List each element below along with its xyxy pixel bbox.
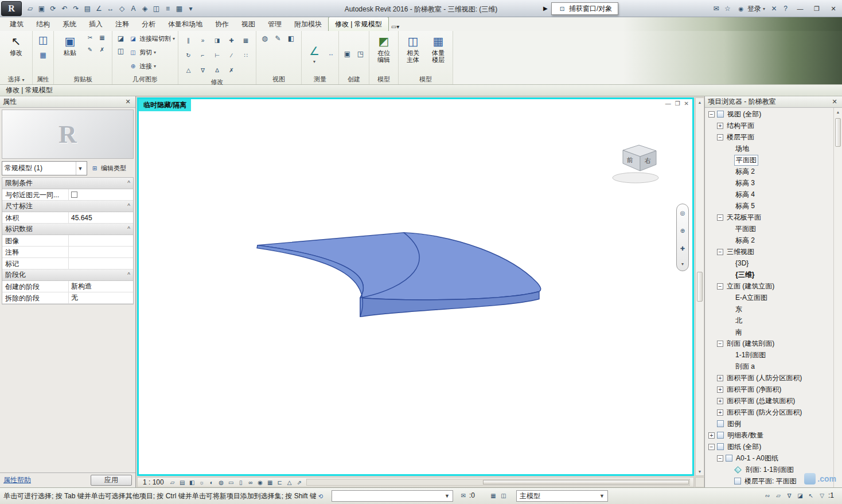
close-button[interactable]: ✕ [826,3,841,14]
mirror-icon[interactable]: ◨ [213,36,222,45]
tag-icon[interactable]: ◇ [116,3,127,14]
collapse-icon[interactable]: − [717,134,723,140]
undo-icon[interactable]: ↶ [59,3,70,14]
apply-button[interactable]: 应用 [91,475,132,486]
by-face-icon[interactable]: ◪ [796,491,805,500]
ribbon-tab-管理[interactable]: 管理 [262,17,288,31]
exchange-apps-icon[interactable]: ✕ [769,3,779,14]
analysis-icon[interactable]: △ [285,478,294,487]
tree-item[interactable]: +面积平面 (人防分区面积) [705,372,842,384]
horizontal-scrollbar[interactable] [306,479,690,486]
print-icon[interactable]: ▤ [82,3,93,14]
related-host-button[interactable]: ◫ 相关主体 [401,33,424,64]
properties-panel-header[interactable]: 属性 ✕ [0,96,135,108]
align-icon[interactable]: ∥ [184,36,193,45]
section-collapse-icon[interactable]: ^ [127,226,130,232]
crop-view-icon[interactable]: ▭ [227,478,236,487]
scale-icon[interactable]: △ [184,65,193,75]
collapse-icon[interactable]: − [717,455,723,462]
scroll-up-icon[interactable]: ▲ [696,98,704,106]
temporary-hide-isolate-badge[interactable]: 临时隐藏/隔离 [139,99,191,111]
tree-item[interactable]: 标高 5 [705,200,842,212]
tree-item[interactable]: −楼层平面 [705,131,842,143]
sign-in-button[interactable]: ◉ 登录 ▾ [735,4,767,14]
scroll-down-icon[interactable]: ▼ [696,467,704,475]
property-value[interactable] [69,247,133,257]
tree-item[interactable]: 1-1剖面图 [705,349,842,361]
tree-item[interactable]: 平面图 [705,223,842,235]
ribbon-tab-结构[interactable]: 结构 [30,17,56,31]
shadows-icon[interactable]: ◐ [207,478,216,487]
sun-path-icon[interactable]: ☼ [197,478,206,487]
open-icon[interactable]: ▱ [25,3,36,14]
unpin-icon[interactable]: ∆ [213,65,222,75]
family-types-icon[interactable]: ▦ [38,49,49,60]
ribbon-tab-体量和场地[interactable]: 体量和场地 [162,17,209,31]
detail-level-icon[interactable]: ▤ [178,478,187,487]
tree-item[interactable]: 标高 2 [705,235,842,246]
panel-label-select[interactable]: 选择 ▾ [0,75,32,84]
ribbon-tab-系统[interactable]: 系统 [56,17,83,31]
view-cube[interactable]: 前 右 [611,141,666,186]
tree-item[interactable]: −立面 (建筑立面) [705,280,842,292]
mass-floor-button[interactable]: ▦ 体量楼层 [427,33,450,64]
ribbon-tab-建筑[interactable]: 建筑 [3,17,30,31]
pin-icon[interactable]: ∇ [198,65,208,75]
workset-display-icon[interactable]: ◫ [499,491,508,500]
expand-icon[interactable]: + [708,432,715,439]
tree-item[interactable]: 北 [705,315,842,326]
cut-geometry-icon[interactable]: ◫ [115,45,126,56]
expand-icon[interactable]: + [717,409,723,416]
view-cube-front-label[interactable]: 前 [626,157,633,163]
context-tab-modify-generic-model[interactable]: 修改 | 常规模型 [328,17,389,31]
reveal-hidden-icon[interactable]: ◉ [256,478,265,487]
panel-label-clipboard[interactable]: 剪贴板 [54,75,112,84]
property-value[interactable]: 无 [69,292,133,303]
ribbon-display-toggle-icon[interactable]: ▭▾ [391,24,399,30]
properties-close-icon[interactable]: ✕ [123,98,132,106]
view-window-3d[interactable]: 临时隐藏/隔离 — ❐ ✕ 前 右 ◎ ⊕ ✚ ▾ [137,97,694,476]
panel-label-measure[interactable]: 测量 [302,75,338,84]
funnel-icon[interactable]: ▽ [817,491,827,500]
navigation-wheel-icon[interactable]: ◎ [678,208,687,217]
cutaway-icon[interactable]: ◧ [286,33,297,44]
editing-requests-indicator[interactable]: ✉ :0 [459,491,475,500]
property-value[interactable]: 45.645 [69,212,133,223]
thin-lines-icon[interactable]: ≡ [162,3,173,14]
switch-windows-icon[interactable]: ▦ [174,3,185,14]
edit-type-button[interactable]: ⊞ 编辑类型 [89,161,134,175]
coping-icon[interactable]: ◪ [115,33,126,44]
paper-icon[interactable]: ▱ [168,478,177,487]
panel-label-model-1[interactable]: 模型 [369,75,398,84]
worksets-icon[interactable]: ▦ [489,491,498,500]
ribbon-tab-插入[interactable]: 插入 [83,17,109,31]
sync-icon[interactable]: ⟳ [48,3,59,14]
tree-item[interactable]: −A0-1 - A0图纸 [705,452,842,464]
collapse-icon[interactable]: − [708,111,715,118]
favorites-icon[interactable]: ☆ [722,3,733,14]
match-type-icon[interactable]: ✎ [85,45,95,54]
links-icon[interactable]: ∾ [763,491,772,500]
tree-item[interactable]: 剖面 a [705,361,842,372]
visual-style-icon[interactable]: ◧ [188,478,197,487]
expand-icon[interactable]: + [717,398,723,404]
create-group-icon[interactable]: ▣ [342,48,353,59]
tree-item[interactable]: +结构平面 [705,120,842,131]
move-icon[interactable]: ✚ [227,36,236,45]
tree-item[interactable]: +明细表/数量 [705,429,842,441]
tree-item[interactable]: −视图 (全部) [705,108,842,120]
pan-tool-icon[interactable]: ✚ [678,244,687,253]
ribbon-tab-附加模块[interactable]: 附加模块 [288,17,328,31]
linework-icon[interactable]: ✎ [272,33,283,44]
section-collapse-icon[interactable]: ^ [127,272,130,278]
drag-select-icon[interactable]: ↖ [806,491,816,500]
tree-item[interactable]: −图纸 (全部) [705,441,842,452]
property-section-header[interactable]: 限制条件^ [2,178,133,189]
tree-item[interactable]: 标高 2 [705,166,842,177]
view-hidden-icon[interactable]: ◍ [259,33,270,44]
customize-icon[interactable]: ▾ [185,3,196,14]
tree-item[interactable]: E-A立面图 [705,292,842,303]
tree-item[interactable]: 平面图 [705,154,842,166]
collapse-icon[interactable]: − [717,214,723,221]
tree-item[interactable]: 场地 [705,143,842,154]
